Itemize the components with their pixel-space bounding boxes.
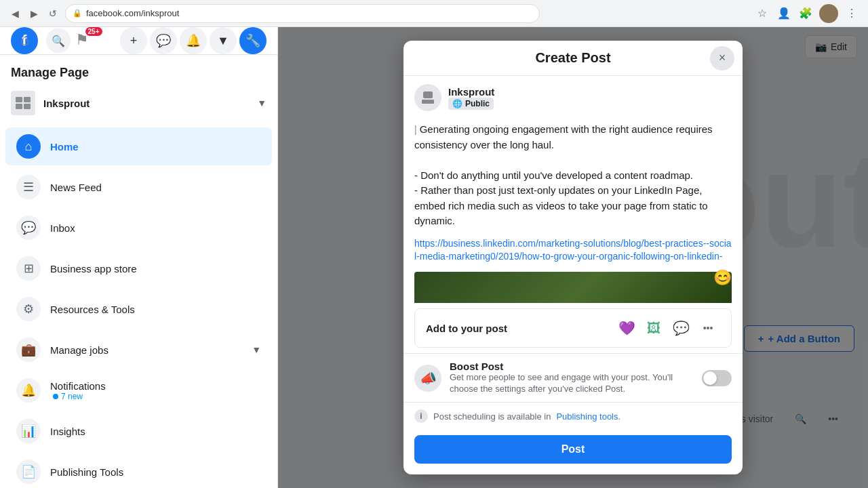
modal-audience-selector[interactable]: 🌐 Public — [448, 98, 494, 110]
sidebar-item-label: Resources & Tools — [50, 304, 135, 315]
globe-icon: 🌐 — [452, 99, 462, 108]
plus-button[interactable]: + — [120, 27, 147, 54]
boost-title: Boost Post — [450, 361, 694, 372]
sidebar-item-business-app-store[interactable]: ⊞ Business app store — [5, 249, 272, 287]
sidebar-item-insights[interactable]: 📊 Insights — [5, 412, 272, 450]
extensions-icon[interactable]: 🧩 — [797, 5, 814, 22]
jobs-icon: 💼 — [16, 338, 41, 362]
page-icon — [11, 91, 35, 115]
toggle-knob — [703, 371, 717, 385]
app-store-icon: ⊞ — [16, 256, 41, 281]
scheduling-text: Post scheduling is available in — [433, 411, 551, 422]
sidebar-item-inbox[interactable]: 💬 Inbox — [5, 209, 272, 247]
inbox-icon: 💬 — [16, 216, 41, 240]
post-button[interactable]: Post — [414, 435, 732, 464]
page-name: Inksprout — [43, 98, 249, 109]
nav-flag-btn[interactable]: ⚑ 25+ — [55, 23, 109, 58]
heart-react-button[interactable]: 💜 — [614, 316, 639, 340]
sidebar-item-label: Notifications — [50, 380, 261, 392]
modal-body[interactable]: |Generating ongoing engagement with the … — [403, 117, 743, 303]
cursor: | — [414, 124, 417, 135]
chevron-down-icon: ▼ — [257, 98, 267, 108]
sidebar-item-label: Insights — [50, 426, 85, 437]
publishing-icon: 📄 — [16, 460, 41, 484]
sidebar-item-label: Inbox — [50, 222, 75, 234]
boost-section: 📣 Boost Post Get more people to see and … — [403, 353, 743, 402]
modal-overlay: Create Post × Inksprout 🌐 Public — [278, 27, 868, 488]
sidebar-item-notifications[interactable]: 🔔 Notifications 7 new — [5, 371, 272, 409]
messenger-button[interactable]: 💬 — [150, 27, 177, 54]
forward-button[interactable]: ▶ — [27, 7, 41, 20]
boost-toggle[interactable] — [702, 370, 732, 386]
notification-count: 7 new — [61, 392, 83, 401]
notification-dot — [53, 394, 58, 399]
heart-icon: 💜 — [618, 320, 635, 336]
url-text: facebook.com/inksprout — [86, 8, 179, 18]
account-menu-button[interactable]: ▼ — [210, 27, 237, 54]
messenger-share-button[interactable]: 💬 — [669, 316, 693, 340]
sidebar-item-label: News Feed — [50, 182, 102, 193]
sidebar-item-home[interactable]: ⌂ Home — [5, 127, 272, 165]
sidebar-item-label: Manage jobs — [50, 344, 108, 356]
page-selector[interactable]: Inksprout ▼ — [0, 85, 277, 121]
sidebar-item-label: Business app store — [50, 263, 137, 274]
modal-user-row: Inksprout 🌐 Public — [403, 76, 743, 117]
sidebar-item-label: Publishing Tools — [50, 466, 123, 478]
notifications-button[interactable]: 🔔 — [180, 27, 207, 54]
resources-icon: ⚙ — [16, 297, 41, 321]
notifications-sidebar-icon: 🔔 — [16, 378, 41, 403]
modal-post-text[interactable]: |Generating ongoing engagement with the … — [414, 122, 732, 229]
modal-image-preview — [414, 272, 732, 304]
create-post-modal: Create Post × Inksprout 🌐 Public — [403, 41, 743, 474]
page-avatar-btn[interactable]: 🔧 — [239, 27, 267, 54]
scheduling-link[interactable]: Publishing tools. — [556, 411, 620, 422]
back-button[interactable]: ◀ — [8, 7, 22, 20]
flag-badge: 25+ — [85, 27, 102, 36]
news-feed-icon: ☰ — [16, 175, 41, 199]
modal-user-info: Inksprout 🌐 Public — [448, 86, 494, 110]
photo-icon: 🖼 — [647, 321, 660, 336]
add-to-post-label: Add to your post — [426, 323, 507, 334]
info-icon: i — [414, 409, 428, 423]
user-avatar[interactable] — [819, 4, 838, 23]
address-bar[interactable]: 🔒 facebook.com/inksprout — [65, 4, 540, 23]
sidebar-item-resources-tools[interactable]: ⚙ Resources & Tools — [5, 290, 272, 328]
right-content: rout 📷 Edit + + Add a Button 👁 View as v… — [278, 27, 868, 488]
fb-topnav: f 🔍 ⌂ ⚑ 25+ ▶ ⊞ 👥 + 💬 🔔 ▼ 🔧 — [0, 27, 277, 55]
sidebar-item-publishing-tools[interactable]: 📄 Publishing Tools — [5, 453, 272, 488]
boost-megaphone-icon: 📣 — [414, 365, 441, 392]
boost-desc: Get more people to see and engage with y… — [450, 372, 694, 395]
emoji-button[interactable]: 😊 — [713, 269, 732, 287]
more-icon: ••• — [703, 323, 713, 333]
modal-username: Inksprout — [448, 86, 494, 98]
modal-link[interactable]: https://business.linkedin.com/marketing-… — [414, 237, 732, 264]
insights-icon: 📊 — [16, 419, 41, 443]
sidebar-item-news-feed[interactable]: ☰ News Feed — [5, 168, 272, 206]
modal-header: Create Post × — [403, 41, 743, 76]
menu-icon[interactable]: ⋮ — [844, 5, 860, 22]
more-options-button[interactable]: ••• — [696, 316, 720, 340]
sidebar-item-label: Home — [50, 141, 79, 152]
add-to-post-icons: 💜 🖼 💬 ••• — [614, 316, 720, 340]
sidebar: f 🔍 ⌂ ⚑ 25+ ▶ ⊞ 👥 + 💬 🔔 ▼ 🔧 — [0, 27, 278, 488]
bookmark-icon[interactable]: ☆ — [754, 5, 770, 22]
modal-close-button[interactable]: × — [710, 46, 734, 70]
topnav-action-icons: + 💬 🔔 ▼ 🔧 — [120, 27, 267, 54]
modal-title: Create Post — [535, 50, 610, 66]
modal-user-avatar — [414, 84, 441, 111]
sidebar-item-manage-jobs[interactable]: 💼 Manage jobs ▼ — [5, 331, 272, 369]
scheduling-note: i Post scheduling is available in Publis… — [403, 402, 743, 430]
home-icon: ⌂ — [16, 134, 41, 159]
nav-home-btn[interactable]: ⌂ — [0, 23, 52, 58]
profile-icon[interactable]: 👤 — [776, 5, 792, 22]
messenger-icon: 💬 — [673, 320, 690, 336]
audience-label: Public — [465, 99, 490, 108]
browser-actions: ☆ 👤 🧩 ⋮ — [754, 4, 860, 23]
lock-icon: 🔒 — [73, 9, 82, 18]
reload-button[interactable]: ↺ — [46, 7, 60, 20]
add-to-post-bar: Add to your post 💜 🖼 💬 ••• — [414, 308, 732, 348]
main-layout: f 🔍 ⌂ ⚑ 25+ ▶ ⊞ 👥 + 💬 🔔 ▼ 🔧 — [0, 27, 868, 488]
jobs-chevron: ▼ — [252, 344, 261, 355]
boost-text: Boost Post Get more people to see and en… — [450, 361, 694, 395]
photo-button[interactable]: 🖼 — [642, 316, 666, 340]
